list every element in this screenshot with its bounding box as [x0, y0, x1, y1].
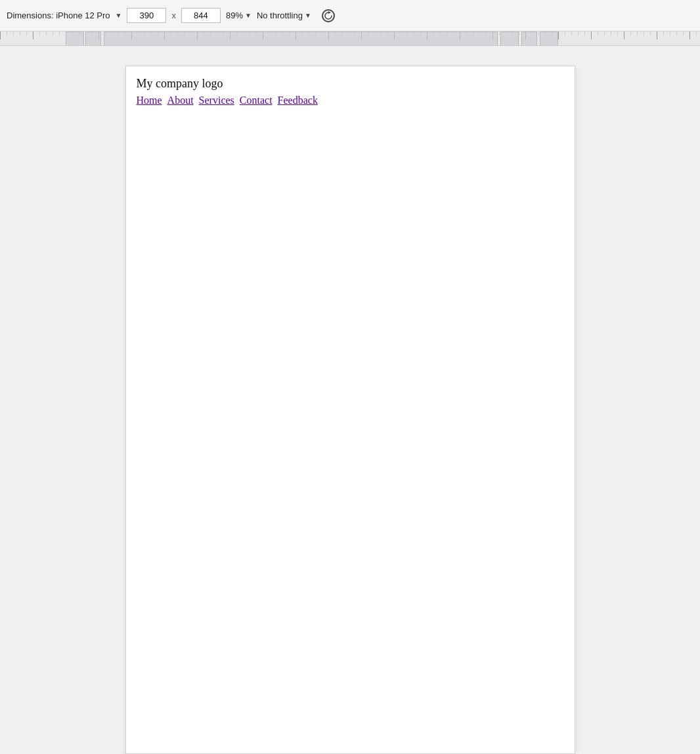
nav-link-services[interactable]: Services: [199, 95, 234, 106]
device-frame: My company logo Home About Services Cont…: [125, 66, 575, 754]
dimensions-dropdown-arrow[interactable]: ▼: [116, 12, 122, 19]
dimensions-label: Dimensions: iPhone 12 Pro: [7, 11, 110, 20]
nav-link-feedback[interactable]: Feedback: [278, 95, 318, 106]
page-logo: My company logo: [137, 77, 564, 91]
throttling-label: No throttling: [257, 11, 303, 20]
rotate-icon[interactable]: [322, 9, 335, 22]
zoom-value: 89%: [226, 11, 243, 20]
page-nav: Home About Services Contact Feedback: [137, 95, 564, 106]
devtools-toolbar: Dimensions: iPhone 12 Pro ▼ x 89% ▼ No t…: [0, 0, 700, 32]
nav-link-contact[interactable]: Contact: [240, 95, 273, 106]
nav-link-home[interactable]: Home: [137, 95, 162, 106]
width-input[interactable]: [127, 8, 166, 23]
nav-link-about[interactable]: About: [167, 95, 194, 106]
height-input[interactable]: [181, 8, 221, 23]
zoom-dropdown-arrow: ▼: [245, 12, 252, 19]
viewport: My company logo Home About Services Cont…: [0, 46, 700, 754]
ruler-bar: [0, 32, 700, 46]
throttling-dropdown-arrow: ▼: [305, 12, 311, 19]
throttling-dropdown[interactable]: No throttling ▼: [257, 11, 311, 20]
zoom-dropdown[interactable]: 89% ▼: [226, 11, 252, 20]
dimension-separator: x: [171, 11, 176, 20]
